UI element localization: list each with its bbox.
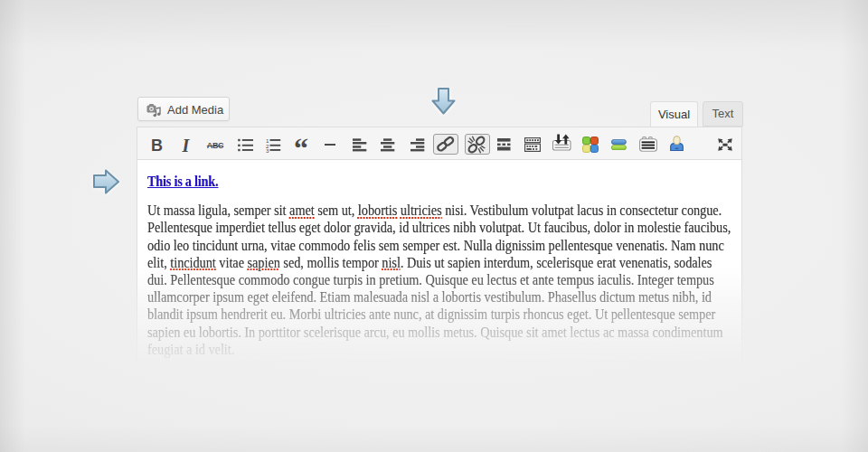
svg-text:3: 3: [266, 147, 269, 154]
